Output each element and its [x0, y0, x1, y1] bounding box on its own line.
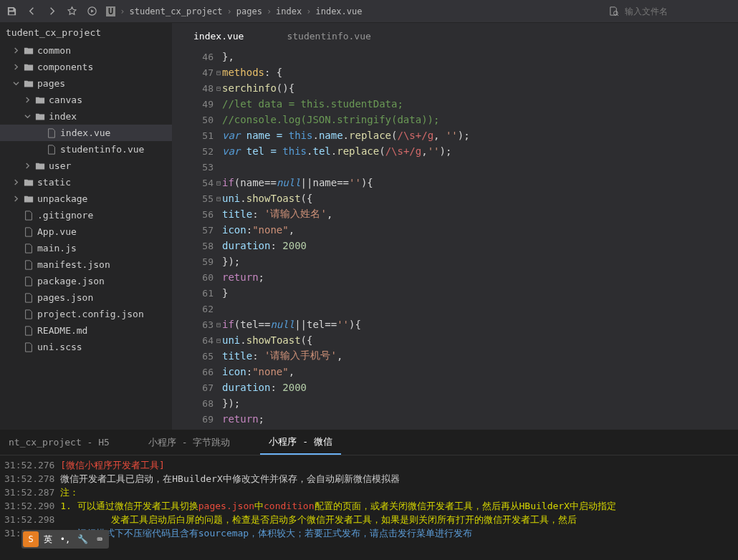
chevron-down-icon[interactable]	[24, 113, 32, 120]
tree-folder[interactable]: canvas	[0, 92, 172, 108]
line-number[interactable]: 50	[172, 112, 222, 127]
tree-file[interactable]: studentinfo.vue	[0, 141, 172, 158]
code-line[interactable]	[222, 159, 738, 175]
code-line[interactable]: });	[222, 254, 738, 269]
tab-studentinfo-vue[interactable]: studentinfo.vue	[287, 31, 370, 42]
line-number[interactable]: 64⊟	[172, 332, 222, 348]
breadcrumb-project[interactable]: student_cx_project	[129, 6, 222, 16]
chevron-right-icon[interactable]	[13, 179, 20, 186]
code-line[interactable]: //console.log(JSON.stringify(data));	[222, 112, 738, 127]
tree-folder[interactable]: pages	[0, 75, 172, 92]
tree-file[interactable]: uni.scss	[0, 339, 172, 355]
tree-file[interactable]: project.config.json	[0, 306, 172, 322]
breadcrumb-segment[interactable]: index	[276, 6, 302, 16]
line-number[interactable]: 49	[172, 96, 222, 112]
tree-file[interactable]: README.md	[0, 322, 172, 339]
fold-icon[interactable]: ⊟	[216, 337, 224, 344]
tree-folder[interactable]: unpackage	[0, 190, 172, 207]
tab-index-vue[interactable]: index.vue	[193, 31, 244, 42]
code-line[interactable]: title: '请输入手机号',	[222, 348, 738, 364]
code-line[interactable]: title: '请输入姓名',	[222, 206, 738, 222]
line-number[interactable]: 51	[172, 127, 222, 143]
line-number[interactable]: 59	[172, 254, 222, 269]
code-line[interactable]: }	[222, 285, 738, 301]
tree-file[interactable]: pages.json	[0, 289, 172, 306]
code-line[interactable]: //let data = this.studentData;	[222, 96, 738, 112]
line-number[interactable]: 60	[172, 269, 222, 285]
line-number[interactable]: 69	[172, 411, 222, 427]
tree-folder[interactable]: user	[0, 158, 172, 174]
code-line[interactable]	[222, 301, 738, 317]
chevron-right-icon[interactable]	[13, 195, 20, 203]
code-line[interactable]: icon:"none",	[222, 364, 738, 380]
tree-folder[interactable]: components	[0, 59, 172, 75]
line-number[interactable]: 52	[172, 143, 222, 159]
code-line[interactable]: duration: 2000	[222, 238, 738, 254]
line-number[interactable]: 67	[172, 380, 222, 395]
line-number[interactable]: 47⊟	[172, 64, 222, 80]
line-number[interactable]: 48⊟	[172, 80, 222, 96]
tree-file[interactable]: package.json	[0, 273, 172, 289]
line-number[interactable]: 63⊟	[172, 317, 222, 332]
code-line[interactable]: uni.showToast({	[222, 332, 738, 348]
tree-file[interactable]: manifest.json	[0, 256, 172, 273]
chevron-down-icon[interactable]	[13, 80, 20, 87]
code-line[interactable]: duration: 2000	[222, 380, 738, 395]
chevron-right-icon[interactable]	[24, 97, 32, 104]
code-line[interactable]: },	[222, 49, 738, 64]
tree-file[interactable]: App.vue	[0, 223, 172, 240]
file-search-input[interactable]	[625, 6, 732, 16]
code-line[interactable]: methods: {	[222, 64, 738, 80]
code-line[interactable]: uni.showToast({	[222, 190, 738, 206]
ime-tools-icon[interactable]: 🔧	[75, 531, 90, 547]
fold-icon[interactable]: ⊟	[216, 69, 224, 76]
breadcrumb-segment[interactable]: pages	[236, 6, 262, 16]
line-number[interactable]: 61	[172, 285, 222, 301]
line-number-gutter[interactable]: 4647⊟48⊟495051525354⊟55⊟5657585960616263…	[172, 49, 222, 430]
line-number[interactable]: 62	[172, 301, 222, 317]
tree-folder[interactable]: index	[0, 108, 172, 125]
line-number[interactable]: 54⊟	[172, 175, 222, 190]
tree-file[interactable]: .gitignore	[0, 207, 172, 223]
chevron-right-icon[interactable]	[24, 163, 32, 170]
ime-icon[interactable]: S	[23, 531, 39, 547]
code-line[interactable]: if(name==null||name==''){	[222, 175, 738, 190]
ime-lang[interactable]: 英	[40, 531, 56, 547]
save-icon[interactable]	[6, 6, 17, 17]
ime-keyboard-icon[interactable]: ⌨	[92, 531, 107, 547]
console-tab-wechat[interactable]: 小程序 - 微信	[260, 430, 340, 455]
fold-icon[interactable]: ⊟	[216, 179, 224, 186]
forward-icon[interactable]	[46, 6, 57, 17]
line-number[interactable]: 68	[172, 395, 222, 411]
fold-icon[interactable]: ⊟	[216, 195, 224, 202]
code-line[interactable]: return;	[222, 411, 738, 427]
code-line[interactable]: });	[222, 395, 738, 411]
line-number[interactable]: 53	[172, 159, 222, 175]
tree-file[interactable]: index.vue	[0, 125, 172, 141]
code-line[interactable]: serchinfo(){	[222, 80, 738, 96]
line-number[interactable]: 56	[172, 206, 222, 222]
back-icon[interactable]	[26, 6, 37, 17]
console-tab-bytedance[interactable]: 小程序 - 字节跳动	[140, 430, 239, 455]
line-number[interactable]: 46	[172, 49, 222, 64]
search-file-icon[interactable]	[608, 6, 619, 17]
code-line[interactable]: var tel = this.tel.replace(/\s+/g,'');	[222, 143, 738, 159]
play-icon[interactable]	[86, 6, 97, 17]
chevron-right-icon[interactable]	[13, 64, 20, 71]
ime-punct-icon[interactable]: •,	[57, 531, 73, 547]
chevron-right-icon[interactable]	[13, 47, 20, 54]
breadcrumb-file[interactable]: index.vue	[315, 6, 362, 16]
tree-file[interactable]: main.js	[0, 240, 172, 256]
line-number[interactable]: 55⊟	[172, 190, 222, 206]
fold-icon[interactable]: ⊟	[216, 321, 224, 328]
tree-folder[interactable]: common	[0, 42, 172, 59]
console-log[interactable]: 31:52.276 [微信小程序开发者工具]31:52.278 微信开发者工具已…	[0, 455, 738, 560]
code-line[interactable]: if(tel==null||tel==''){	[222, 317, 738, 332]
project-title[interactable]: tudent_cx_project	[0, 23, 172, 42]
code-line[interactable]: var name = this.name.replace(/\s+/g, '')…	[222, 127, 738, 143]
tree-folder[interactable]: static	[0, 174, 172, 190]
code-line[interactable]: icon:"none",	[222, 222, 738, 238]
line-number[interactable]: 58	[172, 238, 222, 254]
console-tab-h5[interactable]: nt_cx_project - H5	[0, 430, 118, 455]
fold-icon[interactable]: ⊟	[216, 85, 224, 92]
